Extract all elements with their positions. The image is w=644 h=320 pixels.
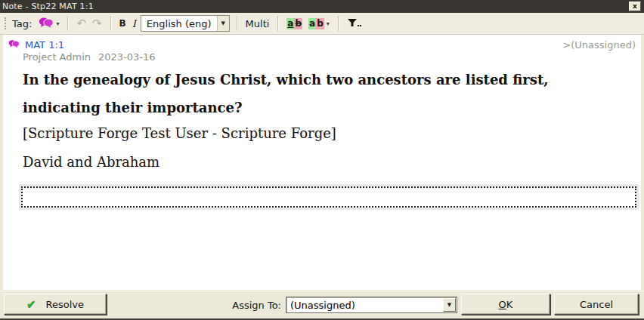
assignee-value: (Unassigned) [286,300,442,311]
reply-field-frame [19,184,639,210]
assignee-dropdown-arrow-icon[interactable]: ▼ [443,298,456,312]
note-content-panel: MAT 1:1 >(Unassigned) Project Admin2023-… [3,35,641,290]
note-question-text: In the genealogy of Jesus Christ, which … [23,66,627,122]
highlight-a-icon: a [308,18,316,29]
separator [67,16,68,31]
ok-button-mnemonic: O [499,299,506,310]
separator [338,16,339,31]
highlight-dropdown-arrow-icon: ▾ [327,20,330,27]
tag-label: Tag: [12,18,32,29]
reply-field-focus-ring [21,186,636,208]
reply-input[interactable] [23,188,635,206]
italic-button[interactable]: I [129,17,139,31]
toolbar-grip-handle[interactable] [5,17,7,29]
assign-to-dropdown[interactable]: (Unassigned) ▼ [286,297,457,313]
undo-button[interactable]: ↶ [73,17,89,31]
separator [277,16,278,31]
footer-bar: ✔ Resolve Assign To: (Unassigned) ▼ OK C… [0,291,644,318]
tag-speech-bubble-icon [39,17,54,30]
note-meta-row: Project Admin2023-03-16 [23,51,156,63]
highlight-style-button[interactable]: ab ▾ [305,17,333,31]
cancel-button[interactable]: Cancel [554,294,639,315]
note-date: 2023-03-16 [98,51,156,63]
tag-dropdown-arrow-icon: ▾ [56,20,59,27]
note-attribution-text: [Scripture Forge Test User - Scripture F… [23,125,627,141]
undo-icon: ↶ [76,18,86,29]
highlight-b-icon: b [316,18,324,29]
note-answer-text: David and Abraham [23,154,627,170]
tag-picker-button[interactable]: ▾ [36,16,62,32]
close-icon[interactable]: x [629,2,641,11]
language-dropdown-arrow-icon[interactable]: ▼ [217,16,229,31]
toolbar: Tag: ▾ ↶ ↷ B I English (eng) ▼ [0,13,644,35]
assigned-status-text: >(Unassigned) [562,39,636,51]
separator [237,16,237,31]
verse-reference-link[interactable]: MAT 1:1 [25,39,64,51]
separator [110,16,111,31]
highlight-strike-button[interactable]: ab [283,17,305,31]
filter-funnel-icon [347,17,362,30]
title-bar[interactable]: Note - Stp22 MAT 1:1 x [0,0,644,13]
note-thread-icon [8,39,20,51]
note-author: Project Admin [23,51,91,63]
redo-button[interactable]: ↷ [89,17,105,31]
assign-to-label: Assign To: [0,291,281,318]
note-window: Note - Stp22 MAT 1:1 x Tag: ▾ ↶ ↷ B [0,0,644,320]
highlight-b-strike-icon: b [294,18,302,29]
language-value: English (eng) [141,18,217,29]
highlight-a-underline-icon: a [286,18,294,29]
note-header-row: MAT 1:1 >(Unassigned) [8,39,636,51]
redo-icon: ↷ [92,18,102,29]
filter-button[interactable] [344,16,365,32]
ok-button-label: K [506,299,513,310]
cancel-button-label: Cancel [580,299,613,310]
window-title: Note - Stp22 MAT 1:1 [2,2,629,11]
ok-button[interactable]: OK [461,294,550,315]
multi-button[interactable]: Multi [243,17,273,31]
bold-button[interactable]: B [116,17,129,30]
language-combobox[interactable]: English (eng) ▼ [141,15,230,32]
